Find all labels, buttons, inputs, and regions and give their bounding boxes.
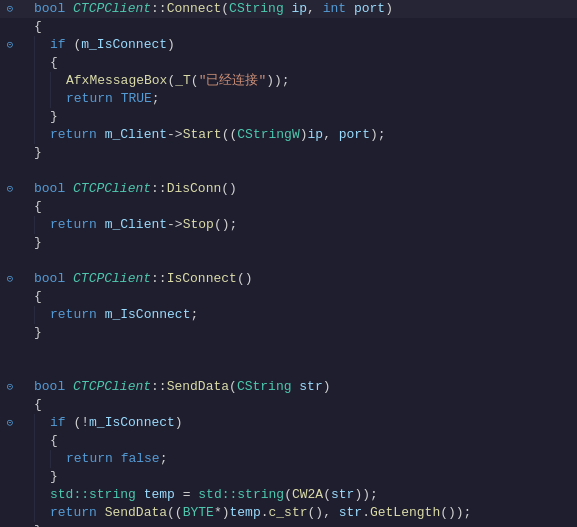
code-line: } — [0, 108, 577, 126]
line-content: bool CTCPClient::Connect(CString ip, int… — [34, 0, 577, 18]
line-content: return m_Client->Stop(); — [50, 216, 577, 234]
code-line: ⊝ bool CTCPClient::Connect(CString ip, i… — [0, 0, 577, 18]
code-line: { — [0, 54, 577, 72]
line-content: return m_Client->Start((CStringW)ip, por… — [50, 126, 577, 144]
line-content: bool CTCPClient::IsConnect() — [34, 270, 577, 288]
line-content: if (m_IsConnect) — [50, 36, 577, 54]
code-line: { — [0, 396, 577, 414]
line-content: } — [34, 144, 577, 162]
code-line: return false; — [0, 450, 577, 468]
line-content: { — [34, 396, 577, 414]
line-content: return SendData((BYTE*)temp.c_str(), str… — [50, 504, 577, 522]
code-line: return m_IsConnect; — [0, 306, 577, 324]
line-content: AfxMessageBox(_T("已经连接")); — [66, 72, 577, 90]
fold-minus[interactable]: ⊝ — [0, 378, 20, 396]
line-content: } — [34, 324, 577, 342]
code-line: return m_Client->Stop(); — [0, 216, 577, 234]
empty-line — [0, 342, 577, 360]
empty-line — [0, 360, 577, 378]
line-content: { — [50, 432, 577, 450]
empty-line — [0, 252, 577, 270]
code-line: } — [0, 468, 577, 486]
line-content: } — [50, 468, 577, 486]
line-content: { — [50, 54, 577, 72]
code-line: ⊝ if (!m_IsConnect) — [0, 414, 577, 432]
code-line: } — [0, 324, 577, 342]
line-content: return false; — [66, 450, 577, 468]
fold-minus[interactable]: ⊝ — [0, 180, 20, 198]
code-line: } — [0, 144, 577, 162]
line-content: bool CTCPClient::SendData(CString str) — [34, 378, 577, 396]
code-line: std::string temp = std::string(CW2A(str)… — [0, 486, 577, 504]
code-line: { — [0, 288, 577, 306]
line-content: { — [34, 18, 577, 36]
fold-minus[interactable]: ⊝ — [0, 36, 20, 54]
fold-minus[interactable]: ⊝ — [0, 270, 20, 288]
line-content: return TRUE; — [66, 90, 577, 108]
fold-minus[interactable]: ⊝ — [0, 0, 20, 18]
empty-line — [0, 162, 577, 180]
code-line: { — [0, 198, 577, 216]
code-line: return SendData((BYTE*)temp.c_str(), str… — [0, 504, 577, 522]
code-line: ⊝ bool CTCPClient::DisConn() — [0, 180, 577, 198]
code-line: return m_Client->Start((CStringW)ip, por… — [0, 126, 577, 144]
code-line: return TRUE; — [0, 90, 577, 108]
line-content: { — [34, 198, 577, 216]
code-line: } — [0, 522, 577, 527]
code-line: ⊝ bool CTCPClient::IsConnect() — [0, 270, 577, 288]
line-content: } — [34, 522, 577, 527]
line-content: return m_IsConnect; — [50, 306, 577, 324]
line-content: if (!m_IsConnect) — [50, 414, 577, 432]
code-line: { — [0, 18, 577, 36]
code-editor: ⊝ bool CTCPClient::Connect(CString ip, i… — [0, 0, 577, 527]
line-content: bool CTCPClient::DisConn() — [34, 180, 577, 198]
code-line: ⊝ if (m_IsConnect) — [0, 36, 577, 54]
line-content: } — [34, 234, 577, 252]
line-content: { — [34, 288, 577, 306]
line-content: } — [50, 108, 577, 126]
code-line: } — [0, 234, 577, 252]
code-line: { — [0, 432, 577, 450]
code-line: ⊝ bool CTCPClient::SendData(CString str) — [0, 378, 577, 396]
fold-minus[interactable]: ⊝ — [0, 414, 20, 432]
line-content: std::string temp = std::string(CW2A(str)… — [50, 486, 577, 504]
code-line: AfxMessageBox(_T("已经连接")); — [0, 72, 577, 90]
